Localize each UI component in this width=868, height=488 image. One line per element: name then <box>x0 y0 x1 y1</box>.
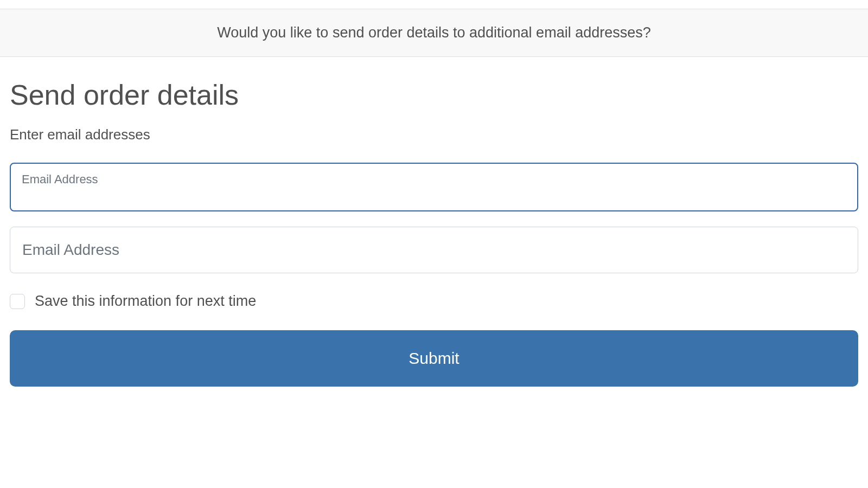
email-field-2-wrap <box>10 227 858 273</box>
main-content: Send order details Enter email addresses… <box>0 57 868 387</box>
banner-prompt: Would you like to send order details to … <box>0 9 868 57</box>
save-info-label[interactable]: Save this information for next time <box>35 293 256 310</box>
page-title: Send order details <box>10 79 858 111</box>
save-info-row: Save this information for next time <box>10 293 858 310</box>
banner-text: Would you like to send order details to … <box>217 24 650 41</box>
save-info-checkbox[interactable] <box>10 294 25 309</box>
submit-button[interactable]: Submit <box>10 330 858 387</box>
section-label: Enter email addresses <box>10 126 858 143</box>
email-field-1-wrap: Email Address <box>10 163 858 211</box>
email-field-1[interactable] <box>10 163 858 211</box>
email-field-2[interactable] <box>10 227 858 273</box>
